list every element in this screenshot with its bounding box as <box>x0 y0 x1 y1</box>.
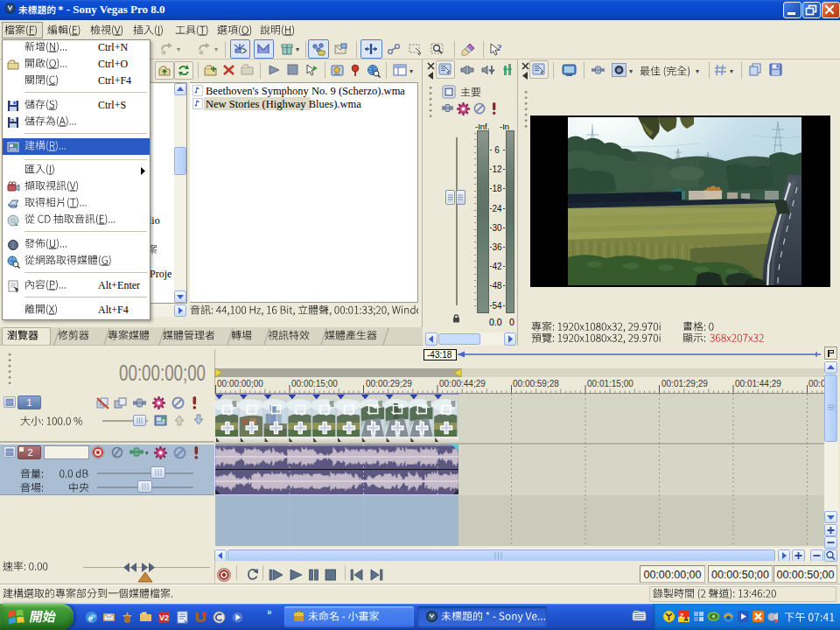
svg-text:V2: V2 <box>159 613 169 622</box>
svg-text:?: ? <box>10 118 14 124</box>
svg-text:?: ? <box>497 42 502 52</box>
svg-text:A: A <box>684 616 689 622</box>
svg-text:e: e <box>88 612 93 623</box>
